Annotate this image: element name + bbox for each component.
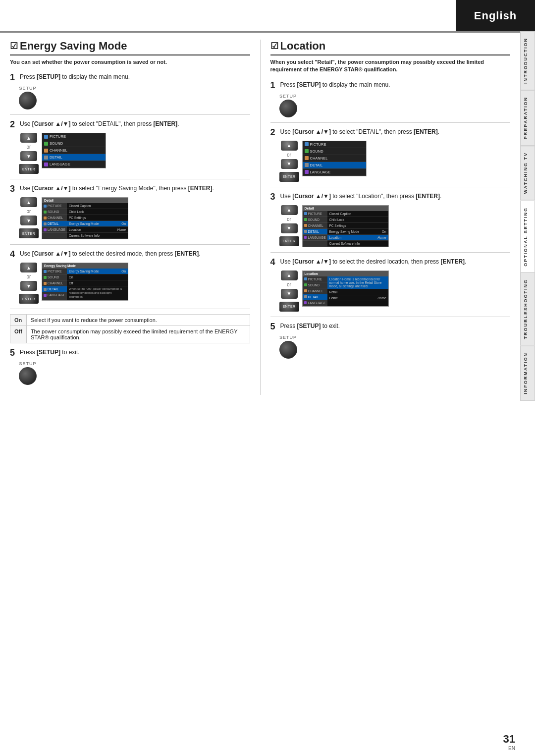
side-tab-troubleshooting: TROUBLESHOOTING [520,272,535,346]
ll-detail: DETAIL [303,294,327,300]
right-title-text: Location [280,40,326,53]
r-sd-channel-3: CHANNEL [303,223,327,229]
el-detail: DETAIL [42,286,67,292]
r-arrow-up-2: ▲ [281,141,298,151]
r-or-2: or [287,152,291,158]
left-step-5-header: 5 Press [SETUP] to exit. [10,348,250,357]
menu-row-sound-1: SOUND [42,140,106,147]
side-tab-introduction: INTRODUCTION [520,31,535,90]
r-or-3: or [287,216,291,222]
left-step-4-combined: ▲ or ▼ ENTER Energy Saving Mode PICTURE … [19,263,128,304]
step-num-2: 2 [10,120,18,129]
sr-esm: Energy Saving ModeOn [67,221,128,227]
r-menu-row-language-2: LANGUAGE [303,169,366,176]
setup-circle-btn-1 [19,92,37,109]
right-step-5-text: Press [SETUP] to exit. [280,322,340,330]
step-num-3: 3 [10,184,18,193]
right-step-3-header: 3 Use [Cursor ▲/▼] to select "Location",… [270,192,511,201]
arrow-down-3: ▼ [20,216,37,225]
right-step-2-visual: ▲ or ▼ ENTER PICTURE SOUND [270,140,511,183]
er-on: Energy Saving ModeOn [67,269,128,274]
r-menu-row-sound-2: SOUND [303,148,366,155]
setup-btn-group-1: SETUP [19,86,37,109]
right-step-3-combined: ▲ or ▼ ENTER Detail PICTURE SOUND CHANNE… [279,205,389,247]
menu-row-detail-1: DETAIL [42,154,106,161]
side-tab-watching-tv: WATCHING TV [520,146,535,200]
right-step-1: 1 Press [SETUP] to display the main menu… [270,81,511,123]
sd-picture: PICTURE [42,203,67,209]
right-step-4-header: 4 Use [Cursor ▲/▼] to select the desired… [270,258,511,267]
r-setup-circle-btn-1 [279,100,297,117]
right-step-5-header: 5 Press [SETUP] to exit. [270,322,511,331]
ll-sound: SOUND [303,282,327,288]
menu-row-picture-1: PICTURE [42,133,106,140]
r-step-num-2: 2 [270,128,278,137]
left-step-4-text: Use [Cursor ▲/▼] to select the desired m… [20,250,201,258]
left-subtitle: You can set whether the power consumptio… [10,58,250,66]
r-setup-circle-btn-5 [279,341,297,359]
left-step-2-header: 2 Use [Cursor ▲/▼] to select "DETAIL", t… [10,120,250,129]
left-step-1-visual: SETUP [10,85,250,110]
r-arrow-up-4: ▲ [281,270,298,280]
left-step-5-visual: SETUP [10,360,250,386]
left-step-3-combined: ▲ or ▼ ENTER Detail PICTURE SOUND CHANNE… [19,197,128,239]
r-sr-location-3: LocationHome [327,235,388,241]
right-step-3-visual: ▲ or ▼ ENTER Detail PICTURE SOUND CHANNE… [270,204,511,248]
r-sr-esm-3: Energy Saving ModeOn [327,229,388,235]
r-step-num-3: 3 [270,192,278,201]
el-sound: SOUND [42,274,67,280]
sr-pc-settings: PC Settings [67,215,128,221]
onoff-table: On Select if you want to reduce the powe… [10,314,250,343]
r-menu-row-picture-2: PICTURE [303,141,366,148]
ll-picture: PICTURE [303,276,327,282]
enter-btn-3: ENTER [19,228,39,238]
right-step-4-text: Use [Cursor ▲/▼] to select the desired l… [280,258,467,266]
left-step-5-text: Press [SETUP] to exit. [20,348,80,357]
loc-title: Location [303,271,388,276]
r-sd-sound-3: SOUND [303,217,327,223]
setup-btn-group-5: SETUP [19,361,37,385]
side-tabs: INTRODUCTION PREPARATION WATCHING TV OPT… [520,31,535,401]
right-step-2-text: Use [Cursor ▲/▼] to select "DETAIL", the… [280,128,440,136]
left-step-1: 1 Press [SETUP] to display the main menu… [10,73,250,115]
side-tab-optional-setting: OPTIONAL SETTING [520,201,535,273]
checkbox-icon-right: ☑ [270,41,278,52]
r-main-menu-mock-2: PICTURE SOUND CHANNEL DETAIL LANGUAGE [302,141,367,176]
esm-title: Energy Saving Mode [42,263,128,269]
r-arrow-down-4: ▼ [281,289,298,299]
left-step-3-text: Use [Cursor ▲/▼] to select "Energy Savin… [20,184,214,193]
el-picture: PICTURE [42,269,67,274]
r-detail-title-3: Detail [303,206,388,211]
left-step-3: 3 Use [Cursor ▲/▼] to select "Energy Sav… [10,184,250,245]
left-step-4-header: 4 Use [Cursor ▲/▼] to select the desired… [10,250,250,259]
left-column: ☑ Energy Saving Mode You can set whether… [10,40,261,395]
setup-circle-btn-5 [19,367,37,385]
page-number: 31 [503,733,515,746]
sr-child-lock: Child Lock [67,209,128,215]
r-step-num-1: 1 [270,81,278,90]
left-step-1-text: Press [SETUP] to display the main menu. [20,73,130,81]
arrow-up-1: ▲ [20,133,37,143]
r-setup-label-1: SETUP [279,94,297,99]
arrow-down-1: ▼ [20,151,37,161]
r-step-num-5: 5 [270,322,278,331]
step-num-5: 5 [10,348,18,357]
enter-btn-1: ENTER [19,164,39,174]
setup-label-5: SETUP [19,361,36,366]
left-section-title: ☑ Energy Saving Mode [10,40,250,55]
sd-detail: DETAIL [42,221,67,227]
lr-retail: Location Home is recommended for normal … [327,276,388,289]
r-setup-label-5: SETUP [279,335,297,340]
ll-language: LANGUAGE [303,300,327,306]
sd-channel: CHANNEL [42,215,67,221]
r-enter-btn-3: ENTER [279,236,299,246]
r-arrow-down-2: ▼ [281,159,298,169]
left-step-2-text: Use [Cursor ▲/▼] to select "DETAIL", the… [20,120,179,128]
off-key: Off [10,326,27,343]
esm-mode-mock: Energy Saving Mode PICTURE SOUND CHANNEL… [42,263,128,300]
on-value: Select if you want to reduce the power c… [26,315,250,326]
right-step-3: 3 Use [Cursor ▲/▼] to select "Location",… [270,192,511,253]
r-sd-language-3: LANGUAGE [303,235,327,241]
enter-btn-4: ENTER [19,294,39,304]
r-sr-child-lock-3: Child Lock [327,217,388,223]
